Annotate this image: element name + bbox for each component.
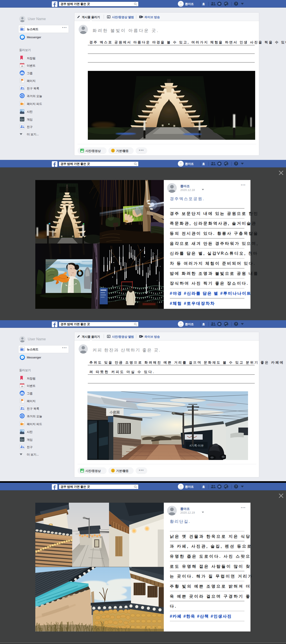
svg-text:#기록-이유: #기록-이유 — [190, 444, 204, 447]
svg-text:25: 25 — [21, 65, 23, 67]
svg-text:25: 25 — [21, 385, 23, 388]
svg-text:?: ? — [235, 322, 237, 326]
svg-text:?: ? — [235, 162, 237, 165]
svg-text:?: ? — [235, 2, 237, 5]
svg-text:?: ? — [235, 485, 237, 488]
svg-text:小庭園: 小庭園 — [109, 410, 120, 414]
